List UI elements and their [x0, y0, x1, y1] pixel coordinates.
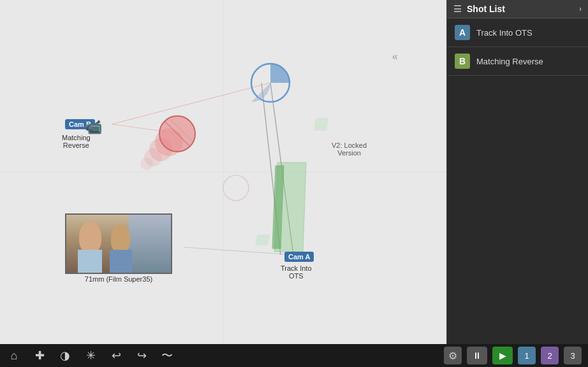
shot-item-a[interactable]: A Track Into OTS — [447, 18, 588, 47]
home-icon[interactable]: ⌂ — [6, 349, 22, 363]
collapse-button[interactable]: « — [392, 51, 398, 62]
svg-marker-20 — [255, 234, 270, 245]
sidebar: ☰ Shot List › A Track Into OTS B Matchin… — [446, 0, 588, 344]
scene-canvas: Cam B 📹 Matching Reverse Cam A Track Int… — [0, 0, 446, 344]
num-button-3[interactable]: 3 — [564, 347, 582, 364]
shot-name-b: Matching Reverse — [476, 57, 543, 66]
svg-line-4 — [112, 83, 270, 124]
layers-icon[interactable]: ◑ — [57, 349, 73, 363]
pause-button[interactable]: ⏸ — [467, 347, 487, 364]
svg-marker-19 — [314, 118, 328, 131]
shot-label-b: B — [455, 54, 470, 69]
cam-a-label: Cam A — [284, 252, 314, 262]
asterisk-icon[interactable]: ✳ — [83, 349, 98, 363]
toolbar-right: ⚙ ⏸ ▶ 1 2 3 — [444, 347, 582, 364]
cam-b-description: Matching Reverse — [62, 134, 91, 149]
sidebar-header: ☰ Shot List › — [447, 0, 588, 18]
shot-label-a: A — [455, 25, 470, 40]
sidebar-collapse-icon[interactable]: › — [579, 4, 582, 13]
shot-name-a: Track Into OTS — [476, 28, 533, 38]
num-button-2[interactable]: 2 — [541, 347, 559, 364]
video-caption: 71mm (Film Super35) — [65, 275, 172, 283]
toolbar: ⌂ ✚ ◑ ✳ ↩ ↪ 〜 ⚙ ⏸ ▶ 1 2 3 — [0, 344, 588, 367]
play-button[interactable]: ▶ — [492, 347, 513, 364]
undo-icon[interactable]: ↩ — [108, 349, 124, 363]
num-button-1[interactable]: 1 — [518, 347, 536, 364]
sidebar-title: Shot List — [467, 4, 505, 14]
svg-point-12 — [140, 157, 153, 170]
svg-point-16 — [223, 175, 249, 201]
puzzle-icon[interactable]: ⚙ — [444, 347, 462, 364]
shot-item-b[interactable]: B Matching Reverse — [447, 47, 588, 76]
cam-a-description: Track Into OTS — [281, 264, 312, 280]
squiggle-icon[interactable]: 〜 — [159, 348, 175, 363]
v2-label: V2: Locked Version — [332, 141, 367, 157]
video-thumbnail — [65, 213, 172, 274]
add-icon[interactable]: ✚ — [32, 349, 47, 363]
scene-svg — [0, 0, 446, 344]
list-icon: ☰ — [453, 4, 462, 14]
redo-icon[interactable]: ↪ — [134, 349, 149, 363]
